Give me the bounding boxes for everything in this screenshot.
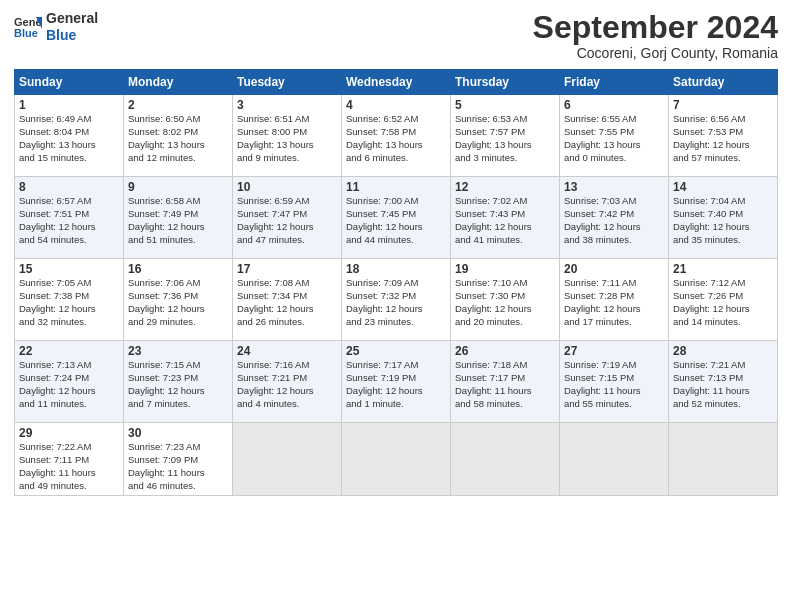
day-info: Sunrise: 6:55 AM Sunset: 7:55 PM Dayligh… bbox=[564, 113, 664, 164]
day-number: 1 bbox=[19, 98, 119, 112]
calendar-header-row: Sunday Monday Tuesday Wednesday Thursday… bbox=[15, 70, 778, 95]
month-title: September 2024 bbox=[533, 10, 778, 45]
day-number: 23 bbox=[128, 344, 228, 358]
day-info: Sunrise: 6:59 AM Sunset: 7:47 PM Dayligh… bbox=[237, 195, 337, 246]
day-info: Sunrise: 6:50 AM Sunset: 8:02 PM Dayligh… bbox=[128, 113, 228, 164]
table-row bbox=[560, 423, 669, 496]
day-info: Sunrise: 7:21 AM Sunset: 7:13 PM Dayligh… bbox=[673, 359, 773, 410]
table-row: 1Sunrise: 6:49 AM Sunset: 8:04 PM Daylig… bbox=[15, 95, 124, 177]
day-number: 18 bbox=[346, 262, 446, 276]
day-info: Sunrise: 7:18 AM Sunset: 7:17 PM Dayligh… bbox=[455, 359, 555, 410]
day-number: 2 bbox=[128, 98, 228, 112]
table-row: 5Sunrise: 6:53 AM Sunset: 7:57 PM Daylig… bbox=[451, 95, 560, 177]
header: General Blue General Blue September 2024… bbox=[14, 10, 778, 61]
day-info: Sunrise: 7:23 AM Sunset: 7:09 PM Dayligh… bbox=[128, 441, 228, 492]
table-row: 18Sunrise: 7:09 AM Sunset: 7:32 PM Dayli… bbox=[342, 259, 451, 341]
day-number: 6 bbox=[564, 98, 664, 112]
day-info: Sunrise: 7:15 AM Sunset: 7:23 PM Dayligh… bbox=[128, 359, 228, 410]
table-row: 16Sunrise: 7:06 AM Sunset: 7:36 PM Dayli… bbox=[124, 259, 233, 341]
table-row: 23Sunrise: 7:15 AM Sunset: 7:23 PM Dayli… bbox=[124, 341, 233, 423]
table-row: 2Sunrise: 6:50 AM Sunset: 8:02 PM Daylig… bbox=[124, 95, 233, 177]
day-number: 12 bbox=[455, 180, 555, 194]
day-info: Sunrise: 7:03 AM Sunset: 7:42 PM Dayligh… bbox=[564, 195, 664, 246]
day-info: Sunrise: 7:16 AM Sunset: 7:21 PM Dayligh… bbox=[237, 359, 337, 410]
col-wednesday: Wednesday bbox=[342, 70, 451, 95]
day-number: 17 bbox=[237, 262, 337, 276]
day-number: 4 bbox=[346, 98, 446, 112]
table-row: 20Sunrise: 7:11 AM Sunset: 7:28 PM Dayli… bbox=[560, 259, 669, 341]
table-row: 14Sunrise: 7:04 AM Sunset: 7:40 PM Dayli… bbox=[669, 177, 778, 259]
day-info: Sunrise: 6:49 AM Sunset: 8:04 PM Dayligh… bbox=[19, 113, 119, 164]
table-row: 30Sunrise: 7:23 AM Sunset: 7:09 PM Dayli… bbox=[124, 423, 233, 496]
table-row bbox=[233, 423, 342, 496]
day-info: Sunrise: 7:19 AM Sunset: 7:15 PM Dayligh… bbox=[564, 359, 664, 410]
day-number: 3 bbox=[237, 98, 337, 112]
table-row: 29Sunrise: 7:22 AM Sunset: 7:11 PM Dayli… bbox=[15, 423, 124, 496]
table-row: 24Sunrise: 7:16 AM Sunset: 7:21 PM Dayli… bbox=[233, 341, 342, 423]
day-number: 15 bbox=[19, 262, 119, 276]
col-monday: Monday bbox=[124, 70, 233, 95]
table-row: 6Sunrise: 6:55 AM Sunset: 7:55 PM Daylig… bbox=[560, 95, 669, 177]
col-saturday: Saturday bbox=[669, 70, 778, 95]
day-number: 13 bbox=[564, 180, 664, 194]
day-info: Sunrise: 7:08 AM Sunset: 7:34 PM Dayligh… bbox=[237, 277, 337, 328]
day-number: 5 bbox=[455, 98, 555, 112]
day-info: Sunrise: 7:06 AM Sunset: 7:36 PM Dayligh… bbox=[128, 277, 228, 328]
table-row: 3Sunrise: 6:51 AM Sunset: 8:00 PM Daylig… bbox=[233, 95, 342, 177]
day-info: Sunrise: 7:04 AM Sunset: 7:40 PM Dayligh… bbox=[673, 195, 773, 246]
day-info: Sunrise: 7:13 AM Sunset: 7:24 PM Dayligh… bbox=[19, 359, 119, 410]
day-number: 27 bbox=[564, 344, 664, 358]
table-row bbox=[669, 423, 778, 496]
day-number: 16 bbox=[128, 262, 228, 276]
table-row: 9Sunrise: 6:58 AM Sunset: 7:49 PM Daylig… bbox=[124, 177, 233, 259]
col-sunday: Sunday bbox=[15, 70, 124, 95]
day-info: Sunrise: 7:12 AM Sunset: 7:26 PM Dayligh… bbox=[673, 277, 773, 328]
table-row: 11Sunrise: 7:00 AM Sunset: 7:45 PM Dayli… bbox=[342, 177, 451, 259]
day-number: 9 bbox=[128, 180, 228, 194]
calendar-table: Sunday Monday Tuesday Wednesday Thursday… bbox=[14, 69, 778, 496]
day-info: Sunrise: 7:09 AM Sunset: 7:32 PM Dayligh… bbox=[346, 277, 446, 328]
day-number: 29 bbox=[19, 426, 119, 440]
svg-text:Blue: Blue bbox=[14, 27, 38, 39]
table-row: 22Sunrise: 7:13 AM Sunset: 7:24 PM Dayli… bbox=[15, 341, 124, 423]
day-info: Sunrise: 7:02 AM Sunset: 7:43 PM Dayligh… bbox=[455, 195, 555, 246]
day-number: 11 bbox=[346, 180, 446, 194]
table-row: 28Sunrise: 7:21 AM Sunset: 7:13 PM Dayli… bbox=[669, 341, 778, 423]
day-info: Sunrise: 6:51 AM Sunset: 8:00 PM Dayligh… bbox=[237, 113, 337, 164]
logo-general: General bbox=[46, 10, 98, 27]
col-thursday: Thursday bbox=[451, 70, 560, 95]
day-number: 25 bbox=[346, 344, 446, 358]
logo-text: General Blue bbox=[46, 10, 98, 44]
day-info: Sunrise: 6:53 AM Sunset: 7:57 PM Dayligh… bbox=[455, 113, 555, 164]
day-info: Sunrise: 6:56 AM Sunset: 7:53 PM Dayligh… bbox=[673, 113, 773, 164]
day-info: Sunrise: 7:17 AM Sunset: 7:19 PM Dayligh… bbox=[346, 359, 446, 410]
table-row: 25Sunrise: 7:17 AM Sunset: 7:19 PM Dayli… bbox=[342, 341, 451, 423]
table-row: 10Sunrise: 6:59 AM Sunset: 7:47 PM Dayli… bbox=[233, 177, 342, 259]
logo-icon: General Blue bbox=[14, 13, 42, 41]
table-row: 19Sunrise: 7:10 AM Sunset: 7:30 PM Dayli… bbox=[451, 259, 560, 341]
table-row: 26Sunrise: 7:18 AM Sunset: 7:17 PM Dayli… bbox=[451, 341, 560, 423]
day-number: 19 bbox=[455, 262, 555, 276]
day-info: Sunrise: 7:05 AM Sunset: 7:38 PM Dayligh… bbox=[19, 277, 119, 328]
location-subtitle: Cocoreni, Gorj County, Romania bbox=[533, 45, 778, 61]
title-block: September 2024 Cocoreni, Gorj County, Ro… bbox=[533, 10, 778, 61]
day-number: 10 bbox=[237, 180, 337, 194]
col-friday: Friday bbox=[560, 70, 669, 95]
day-number: 7 bbox=[673, 98, 773, 112]
day-info: Sunrise: 6:58 AM Sunset: 7:49 PM Dayligh… bbox=[128, 195, 228, 246]
day-info: Sunrise: 7:00 AM Sunset: 7:45 PM Dayligh… bbox=[346, 195, 446, 246]
table-row bbox=[342, 423, 451, 496]
day-number: 26 bbox=[455, 344, 555, 358]
day-info: Sunrise: 7:11 AM Sunset: 7:28 PM Dayligh… bbox=[564, 277, 664, 328]
day-number: 14 bbox=[673, 180, 773, 194]
table-row: 13Sunrise: 7:03 AM Sunset: 7:42 PM Dayli… bbox=[560, 177, 669, 259]
table-row: 17Sunrise: 7:08 AM Sunset: 7:34 PM Dayli… bbox=[233, 259, 342, 341]
table-row: 21Sunrise: 7:12 AM Sunset: 7:26 PM Dayli… bbox=[669, 259, 778, 341]
day-info: Sunrise: 6:52 AM Sunset: 7:58 PM Dayligh… bbox=[346, 113, 446, 164]
table-row: 4Sunrise: 6:52 AM Sunset: 7:58 PM Daylig… bbox=[342, 95, 451, 177]
logo: General Blue General Blue bbox=[14, 10, 98, 44]
page: General Blue General Blue September 2024… bbox=[0, 0, 792, 612]
table-row: 7Sunrise: 6:56 AM Sunset: 7:53 PM Daylig… bbox=[669, 95, 778, 177]
table-row: 8Sunrise: 6:57 AM Sunset: 7:51 PM Daylig… bbox=[15, 177, 124, 259]
day-number: 30 bbox=[128, 426, 228, 440]
